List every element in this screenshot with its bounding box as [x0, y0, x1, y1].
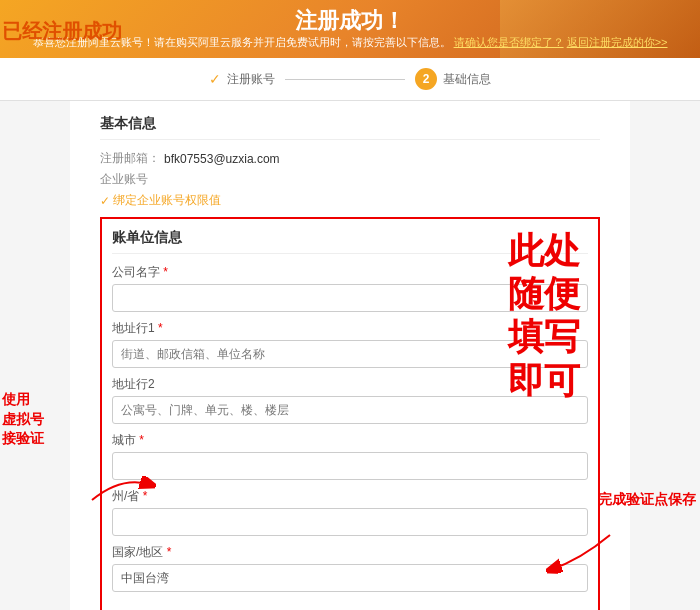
state-group: 州/省 * — [112, 488, 588, 536]
enterprise-row: 企业账号 — [100, 171, 600, 188]
country-group: 国家/地区 * 中国台湾 — [112, 544, 588, 592]
city-group: 城市 * — [112, 432, 588, 480]
company-group: 公司名字 * — [112, 264, 588, 312]
annotation-line3: 接验证 — [2, 429, 44, 449]
step1-check-icon: ✓ — [209, 71, 221, 87]
annotation-line1: 使用 — [2, 390, 44, 410]
banner-title: 注册成功！ — [295, 6, 405, 36]
state-label: 州/省 * — [112, 488, 588, 505]
right-annotation-text: 完成验证点保存 — [598, 490, 696, 510]
address2-label: 地址行2 — [112, 376, 588, 393]
address2-group: 地址行2 — [112, 376, 588, 424]
enterprise-label: 企业账号 — [100, 171, 148, 188]
enterprise-icon: ✓ — [100, 194, 110, 208]
address1-label: 地址行1 * — [112, 320, 588, 337]
step2-circle: 2 — [415, 68, 437, 90]
right-arrow-annotation — [540, 530, 620, 583]
left-arrow-svg — [82, 465, 162, 505]
registered-success-text: 已经注册成功 — [2, 18, 122, 44]
city-input[interactable] — [112, 452, 588, 480]
banner-link2[interactable]: 返回注册完成的你>> — [567, 36, 668, 48]
top-left-annotation: 已经注册成功 — [2, 18, 122, 44]
step2-label: 基础信息 — [443, 71, 491, 88]
banner-subtitle: 恭喜您注册阿里云账号！请在购买阿里云服务并开启免费试用时，请按完善以下信息。 请… — [33, 35, 668, 50]
basic-info-title: 基本信息 — [100, 115, 600, 140]
address1-input[interactable] — [112, 340, 588, 368]
email-value: bfk07553@uzxia.com — [164, 152, 280, 166]
left-arrow-annotation — [82, 465, 162, 508]
step-line — [285, 79, 405, 80]
address2-input[interactable] — [112, 396, 588, 424]
email-row: 注册邮箱： bfk07553@uzxia.com — [100, 150, 600, 167]
company-input[interactable] — [112, 284, 588, 312]
city-label: 城市 * — [112, 432, 588, 449]
state-select[interactable] — [112, 508, 588, 536]
enterprise-link-text: 绑定企业账号权限值 — [113, 192, 221, 209]
left-bottom-annotation: 使用 虚拟号 接验证 — [2, 390, 44, 449]
annotation-line2: 虚拟号 — [2, 410, 44, 430]
step-1: ✓ 注册账号 — [209, 71, 275, 88]
country-label: 国家/地区 * — [112, 544, 588, 561]
country-select[interactable]: 中国台湾 — [112, 564, 588, 592]
unit-info-box: 账单位信息 此处 随便 填写 即可 公司名字 * 地址行1 * 地址行2 — [100, 217, 600, 610]
steps-bar: ✓ 注册账号 2 基础信息 — [0, 58, 700, 101]
right-arrow-svg — [540, 530, 620, 580]
enterprise-link[interactable]: ✓ 绑定企业账号权限值 — [100, 192, 600, 209]
address1-group: 地址行1 * — [112, 320, 588, 368]
banner-link1[interactable]: 请确认您是否绑定了？ — [454, 36, 564, 48]
right-bottom-annotation: 完成验证点保存 — [598, 490, 696, 510]
unit-info-title: 账单位信息 — [112, 229, 588, 254]
step-2: 2 基础信息 — [415, 68, 491, 90]
step1-label: 注册账号 — [227, 71, 275, 88]
email-label: 注册邮箱： — [100, 150, 160, 167]
company-label: 公司名字 * — [112, 264, 588, 281]
